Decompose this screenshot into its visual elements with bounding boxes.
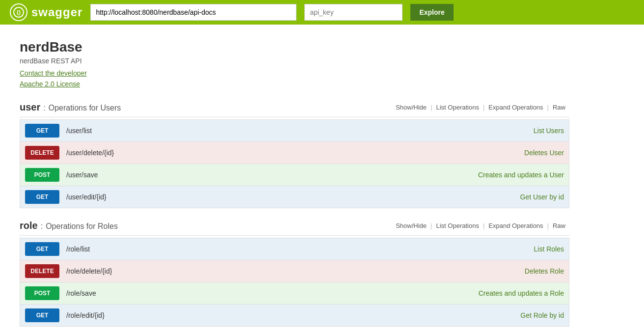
developer-link[interactable]: Contact the developer <box>20 68 569 79</box>
header: {} swagger Explore <box>0 0 644 25</box>
op-row-role-1[interactable]: DELETE/role/delete/{id}Deletes Role <box>20 260 569 282</box>
op-path-user-1: /user/delete/{id} <box>66 149 524 157</box>
action-raw-role[interactable]: Raw <box>549 222 569 229</box>
section-header-user: user:Operations for UsersShow/Hide|List … <box>20 102 569 117</box>
action-show-hide-user[interactable]: Show/Hide <box>392 104 430 111</box>
app-info: nerdBase nerdBase REST API Contact the d… <box>20 39 569 90</box>
license-link[interactable]: Apache 2.0 License <box>20 79 569 89</box>
op-path-role-2: /role/save <box>66 289 479 297</box>
op-path-role-1: /role/delete/{id} <box>66 267 525 275</box>
app-subtitle: nerdBase REST API <box>20 57 569 65</box>
method-badge-get-role-3: GET <box>25 308 59 322</box>
operations-role: GET/role/listList RolesDELETE/role/delet… <box>20 238 569 327</box>
op-row-user-0[interactable]: GET/user/listList Users <box>20 120 569 142</box>
section-colon-user: : <box>43 104 45 112</box>
logo-icon: {} <box>10 3 27 21</box>
api-section-user: user:Operations for UsersShow/Hide|List … <box>20 102 569 208</box>
op-row-user-3[interactable]: GET/user/edit/{id}Get User by id <box>20 186 569 208</box>
op-row-user-2[interactable]: POST/user/saveCreates and updates a User <box>20 164 569 186</box>
action-list-ops-user[interactable]: List Operations <box>432 104 483 111</box>
operations-user: GET/user/listList UsersDELETE/user/delet… <box>20 119 569 208</box>
method-badge-post-user-2: POST <box>25 168 59 182</box>
op-path-user-0: /user/list <box>66 127 534 135</box>
section-tag-user: user <box>20 102 40 113</box>
action-expand-ops-role[interactable]: Expand Operations <box>484 222 547 229</box>
main-content: nerdBase nerdBase REST API Contact the d… <box>0 25 589 334</box>
section-actions-role: Show/Hide|List Operations|Expand Operati… <box>392 222 569 229</box>
section-header-role: role:Operations for RolesShow/Hide|List … <box>20 220 569 236</box>
op-summary-user-1: Deletes User <box>524 149 564 157</box>
op-summary-user-0: List Users <box>534 127 564 135</box>
op-summary-role-0: List Roles <box>534 245 564 253</box>
method-badge-get-user-0: GET <box>25 124 59 138</box>
op-row-role-3[interactable]: GET/role/edit/{id}Get Role by id <box>20 305 569 326</box>
api-key-input[interactable] <box>304 4 402 21</box>
op-summary-role-1: Deletes Role <box>525 267 564 275</box>
section-desc-user: Operations for Users <box>49 104 121 112</box>
api-section-role: role:Operations for RolesShow/Hide|List … <box>20 220 569 327</box>
op-path-role-3: /role/edit/{id} <box>66 311 520 319</box>
section-title-group-user: user:Operations for Users <box>20 102 121 113</box>
sections-container: user:Operations for UsersShow/Hide|List … <box>20 102 569 327</box>
section-title-group-role: role:Operations for Roles <box>20 220 118 231</box>
op-path-user-2: /user/save <box>66 171 478 179</box>
method-badge-delete-role-1: DELETE <box>25 264 59 278</box>
explore-button[interactable]: Explore <box>410 4 453 21</box>
action-show-hide-role[interactable]: Show/Hide <box>392 222 430 229</box>
section-tag-role: role <box>20 220 38 231</box>
logo: {} swagger <box>10 3 82 21</box>
logo-text: swagger <box>31 5 82 19</box>
action-list-ops-role[interactable]: List Operations <box>432 222 483 229</box>
op-summary-role-3: Get Role by id <box>520 311 564 319</box>
op-summary-role-2: Creates and updates a Role <box>479 289 564 297</box>
url-input[interactable] <box>90 4 296 21</box>
action-expand-ops-user[interactable]: Expand Operations <box>484 104 547 111</box>
method-badge-get-role-0: GET <box>25 242 59 256</box>
section-colon-role: : <box>41 222 43 231</box>
section-actions-user: Show/Hide|List Operations|Expand Operati… <box>392 104 569 111</box>
op-row-role-2[interactable]: POST/role/saveCreates and updates a Role <box>20 282 569 305</box>
op-summary-user-3: Get User by id <box>520 193 564 201</box>
op-row-role-0[interactable]: GET/role/listList Roles <box>20 238 569 260</box>
op-path-user-3: /user/edit/{id} <box>66 193 520 201</box>
method-badge-post-role-2: POST <box>25 286 59 300</box>
method-badge-delete-user-1: DELETE <box>25 146 59 160</box>
op-summary-user-2: Creates and updates a User <box>478 171 564 179</box>
app-title: nerdBase <box>20 39 569 55</box>
section-desc-role: Operations for Roles <box>46 222 118 231</box>
method-badge-get-user-3: GET <box>25 190 59 204</box>
action-raw-user[interactable]: Raw <box>549 104 569 111</box>
svg-text:{}: {} <box>17 9 21 15</box>
op-path-role-0: /role/list <box>66 245 534 253</box>
op-row-user-1[interactable]: DELETE/user/delete/{id}Deletes User <box>20 142 569 164</box>
